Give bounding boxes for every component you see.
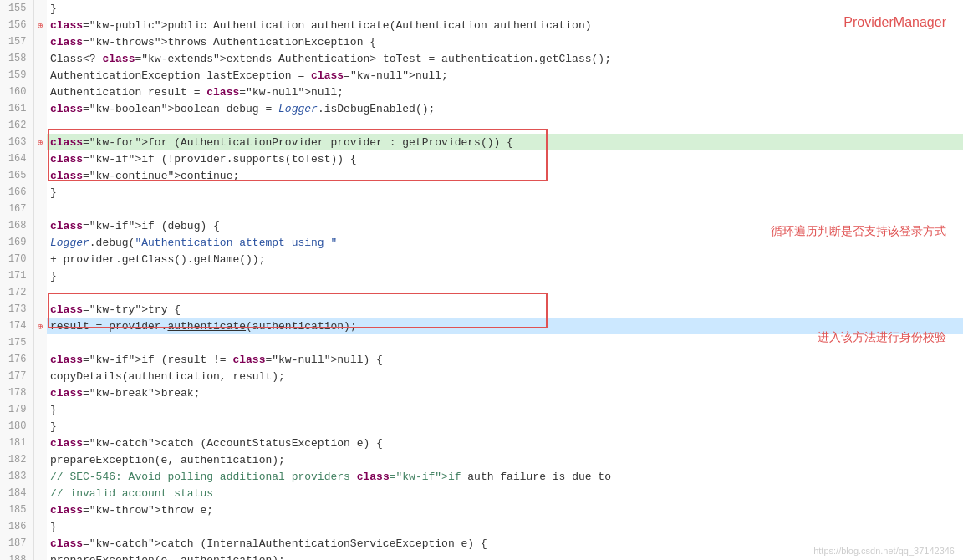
line-number: 155: [0, 0, 33, 17]
line-number: 179: [0, 401, 33, 418]
line-gutter: [33, 117, 47, 134]
line-gutter: ⊕: [33, 318, 47, 334]
code-table: 155 }156⊕ class="kw-public">public Authe…: [0, 0, 963, 560]
line-number: 156: [0, 17, 33, 33]
line-gutter: [33, 33, 47, 50]
code-container: ProviderManager 循环遍历判断是否支持该登录方式 进入该方法进行身…: [0, 0, 963, 560]
line-code: class="kw-if">if (!provider.supports(toT…: [47, 150, 963, 167]
line-gutter: [33, 384, 47, 401]
line-gutter: [33, 518, 47, 535]
line-number: 186: [0, 518, 33, 535]
line-gutter: [33, 234, 47, 251]
line-gutter: ⊕: [33, 134, 47, 150]
loop-annotation: 循环遍历判断是否支持该登录方式: [771, 224, 946, 239]
line-number: 160: [0, 84, 33, 100]
line-gutter: ⊕: [33, 17, 47, 33]
line-gutter: [33, 184, 47, 201]
line-gutter: [33, 485, 47, 501]
line-number: 166: [0, 184, 33, 201]
line-number: 164: [0, 150, 33, 167]
line-gutter: [33, 334, 47, 351]
line-code: Class<? class="kw-extends">extends Authe…: [47, 50, 963, 67]
line-code: class="kw-catch">catch (AccountStatusExc…: [47, 435, 963, 451]
auth-annotation: 进入该方法进行身份校验: [818, 330, 946, 345]
provider-manager-label: ProviderManager: [843, 15, 946, 30]
line-number: 172: [0, 284, 33, 301]
line-gutter: [33, 267, 47, 284]
line-gutter: [33, 84, 47, 100]
line-number: 187: [0, 535, 33, 552]
line-code: class="kw-boolean">boolean debug = Logge…: [47, 100, 963, 117]
line-code: class="kw-throw">throw e;: [47, 501, 963, 518]
line-code: [47, 201, 963, 217]
line-gutter: [33, 468, 47, 485]
line-code: // SEC-546: Avoid polling additional pro…: [47, 468, 963, 485]
line-gutter: [33, 251, 47, 267]
line-code: class="kw-public">public Authentication …: [47, 17, 963, 33]
line-gutter: [33, 501, 47, 518]
line-number: 158: [0, 50, 33, 67]
watermark: https://blog.csdn.net/qq_37142346: [813, 546, 955, 556]
line-code: AuthenticationException lastException = …: [47, 67, 963, 84]
line-number: 181: [0, 435, 33, 451]
line-code: prepareException(e, authentication);: [47, 451, 963, 468]
line-gutter: [33, 150, 47, 167]
line-gutter: [33, 435, 47, 451]
line-number: 178: [0, 384, 33, 401]
line-number: 175: [0, 334, 33, 351]
line-number: 184: [0, 485, 33, 501]
line-gutter: [33, 50, 47, 67]
line-number: 182: [0, 451, 33, 468]
line-code: }: [47, 418, 963, 435]
line-code: }: [47, 518, 963, 535]
line-number: 163: [0, 134, 33, 150]
line-code: copyDetails(authentication, result);: [47, 368, 963, 384]
line-number: 161: [0, 100, 33, 117]
line-gutter: [33, 301, 47, 318]
line-gutter: [33, 167, 47, 184]
line-number: 180: [0, 418, 33, 435]
line-code: class="kw-for">for (AuthenticationProvid…: [47, 134, 963, 150]
line-number: 183: [0, 468, 33, 485]
line-number: 174: [0, 318, 33, 334]
line-code: }: [47, 0, 963, 17]
line-gutter: [33, 451, 47, 468]
line-code: }: [47, 184, 963, 201]
line-number: 157: [0, 33, 33, 50]
line-code: Authentication result = class="kw-null">…: [47, 84, 963, 100]
line-number: 171: [0, 267, 33, 284]
line-code: [47, 284, 963, 301]
line-number: 188: [0, 552, 33, 560]
line-gutter: [33, 401, 47, 418]
line-number: 176: [0, 351, 33, 368]
line-code: [47, 117, 963, 134]
line-number: 170: [0, 251, 33, 267]
line-gutter: [33, 351, 47, 368]
line-number: 168: [0, 217, 33, 234]
line-code: class="kw-if">if (result != class="kw-nu…: [47, 351, 963, 368]
line-gutter: [33, 67, 47, 84]
line-code: + provider.getClass().getName());: [47, 251, 963, 267]
line-number: 167: [0, 201, 33, 217]
line-gutter: [33, 217, 47, 234]
line-number: 185: [0, 501, 33, 518]
line-gutter: [33, 284, 47, 301]
line-code: class="kw-throws">throws AuthenticationE…: [47, 33, 963, 50]
line-number: 162: [0, 117, 33, 134]
line-gutter: [33, 201, 47, 217]
line-gutter: [33, 552, 47, 560]
line-number: 173: [0, 301, 33, 318]
line-code: class="kw-break">break;: [47, 384, 963, 401]
line-number: 165: [0, 167, 33, 184]
line-code: class="kw-try">try {: [47, 301, 963, 318]
line-gutter: [33, 535, 47, 552]
line-number: 169: [0, 234, 33, 251]
line-gutter: [33, 100, 47, 117]
line-gutter: [33, 0, 47, 17]
line-code: // invalid account status: [47, 485, 963, 501]
line-gutter: [33, 368, 47, 384]
line-code: }: [47, 267, 963, 284]
line-number: 177: [0, 368, 33, 384]
line-number: 159: [0, 67, 33, 84]
line-gutter: [33, 418, 47, 435]
